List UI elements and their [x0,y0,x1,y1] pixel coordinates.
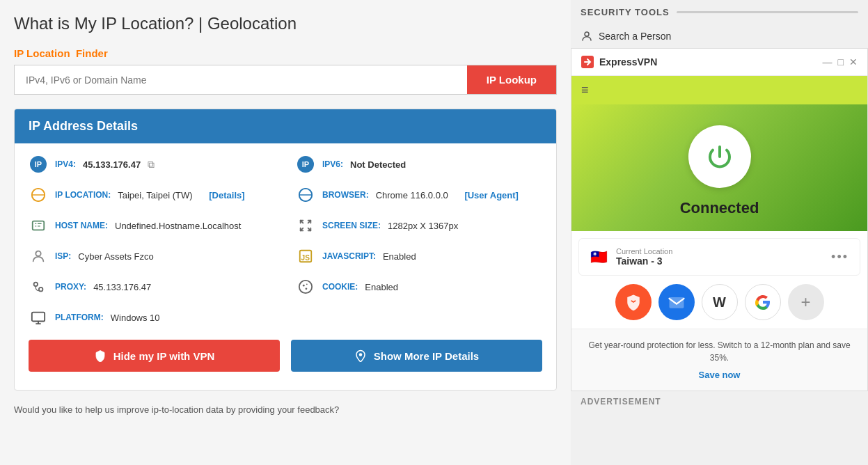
finder-highlight: Finder [76,47,108,59]
javascript-icon: JS [296,246,315,266]
vpn-maximize-button[interactable]: □ [838,56,844,68]
hostname-icon [29,216,48,235]
vpn-minimize-button[interactable]: — [823,56,833,68]
cookie-value: Enabled [365,282,398,292]
platform-label: PLATFORM: [55,313,104,322]
ip-search-input[interactable] [15,65,467,94]
user-agent-link[interactable]: [User Agent] [464,190,519,200]
javascript-row: JS JAVASCRIPT: Enabled [296,246,542,266]
search-bar: IP Lookup [14,65,557,95]
cookie-row: COOKIE: Enabled [296,277,542,297]
vpn-flag-icon: 🇹🇼 [590,249,608,265]
cookie-icon [296,277,315,297]
action-buttons: Hide my IP with VPN Show More IP Details [29,340,542,372]
vpn-promo-text: Get year-round protection for less. Swit… [583,339,856,364]
screen-row: SCREEN SIZE: 1282px X 1367px [296,216,542,235]
person-icon [581,30,593,42]
finder-label-text: IP Location [14,47,70,59]
ipv6-row: IP IPv6: Not Detected [296,155,542,174]
vpn-current-location-label: Current Location [616,247,823,255]
wikipedia-w-icon: W [713,294,726,310]
vpn-save-now-link[interactable]: Save now [699,370,741,380]
ip-location-value: Taipei, Taipei (TW) [118,190,192,200]
hamburger-menu-icon[interactable]: ≡ [581,83,589,97]
ip-location-details-link[interactable]: [Details] [209,190,244,200]
vpn-google-shortcut[interactable] [745,284,781,320]
vpn-menu-bar: ≡ [571,76,867,104]
ip-location-row: IP LOCATION: Taipei, Taipei (TW) [Detail… [29,185,275,205]
feedback-text: Would you like to help us improve ip-to-… [14,404,557,415]
copy-ipv4-icon[interactable]: ⧉ [148,159,155,171]
svg-point-8 [299,281,312,293]
svg-rect-15 [669,297,684,308]
proxy-icon [29,277,48,297]
ipv6-value: Not Detected [350,159,406,170]
ipv4-value: 45.133.176.47 [83,159,141,170]
proxy-label: PROXY: [55,282,86,292]
vpn-location-row: 🇹🇼 Current Location Taiwan - 3 ••• [578,238,860,276]
screen-icon [296,216,315,235]
platform-icon [29,308,48,327]
isp-icon [29,246,48,266]
plus-icon: + [800,292,810,312]
vpn-gmail-shortcut[interactable] [658,284,695,320]
hostname-value: Undefined.Hostname.Localhost [115,221,241,231]
screen-value: 1282px X 1367px [388,221,458,231]
vpn-hero: Connected [571,104,867,231]
power-icon [703,140,736,173]
browser-label: BROWSER: [322,190,369,200]
vpn-brave-shortcut[interactable] [615,284,652,320]
vpn-titlebar: ExpressVPN — □ ✕ [571,49,867,76]
isp-label: ISP: [55,251,71,261]
vpn-power-button[interactable] [688,125,751,188]
vpn-location-info: Current Location Taiwan - 3 [616,247,823,267]
ip-details-body: IP IPv4: 45.133.176.47 ⧉ IP IPv6: Not De… [15,143,556,390]
vpn-close-button[interactable]: ✕ [849,56,858,68]
vpn-connected-text: Connected [680,199,759,217]
vpn-title: ExpressVPN [599,56,823,68]
search-person-row[interactable]: Search a Person [571,24,868,48]
show-more-button[interactable]: Show More IP Details [291,340,542,372]
shield-icon [94,349,106,362]
right-sidebar: SECURITY TOOLS Search a Person ExpressVP… [571,0,868,465]
svg-point-9 [303,285,305,287]
finder-label: IP Location Finder [14,47,557,59]
vpn-window-controls: — □ ✕ [823,56,858,68]
vpn-wikipedia-shortcut[interactable]: W [702,284,738,320]
svg-point-6 [34,283,38,287]
svg-point-14 [585,32,589,36]
expressvpn-logo [581,56,594,68]
hide-ip-button[interactable]: Hide my IP with VPN [29,340,280,372]
javascript-label: JAVASCRIPT: [322,251,376,261]
brave-icon [624,292,643,312]
ip-details-box: IP Address Details IP IPv4: 45.133.176.4… [14,109,557,391]
platform-row: PLATFORM: Windows 10 [29,308,275,327]
svg-point-3 [35,251,40,256]
ipv6-icon: IP [296,155,315,174]
svg-point-10 [306,283,308,285]
svg-point-7 [39,287,42,292]
security-tools-label: SECURITY TOOLS [581,7,670,17]
search-person-label: Search a Person [599,31,671,42]
hostname-row: HOST NAME: Undefined.Hostname.Localhost [29,216,275,235]
main-content: What is My IP Location? | Geolocation IP… [0,0,571,465]
proxy-row: PROXY: 45.133.176.47 [29,277,275,297]
ip-details-grid: IP IPv4: 45.133.176.47 ⧉ IP IPv6: Not De… [29,155,542,327]
hostname-label: HOST NAME: [55,221,108,230]
ip-lookup-button[interactable]: IP Lookup [467,65,556,94]
svg-point-13 [359,353,363,356]
ip-details-header: IP Address Details [15,109,556,143]
browser-value: Chrome 116.0.0.0 [376,190,448,200]
location-pin-icon [354,349,367,362]
svg-text:JS: JS [301,254,310,262]
vpn-location-name: Taiwan - 3 [616,255,823,267]
svg-rect-2 [33,221,45,230]
screen-label: SCREEN SIZE: [322,221,381,230]
page-title: What is My IP Location? | Geolocation [14,14,557,33]
vpn-shortcuts: W + [571,276,867,329]
gmail-icon [667,292,686,312]
platform-value: Windows 10 [111,313,160,323]
cookie-label: COOKIE: [322,282,358,292]
vpn-add-shortcut-button[interactable]: + [788,284,824,320]
vpn-more-options-button[interactable]: ••• [831,250,849,265]
